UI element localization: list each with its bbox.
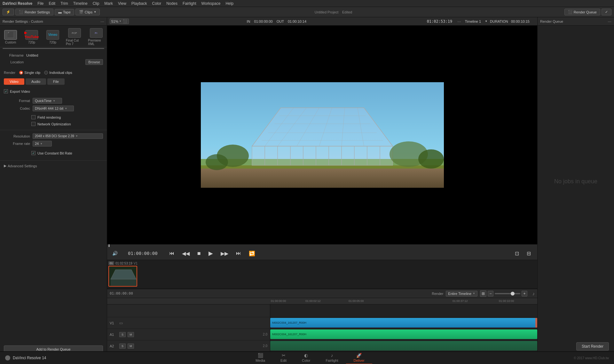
zoom-select[interactable]: 51% ▼ ⬛ <box>110 19 129 24</box>
zoom-thumb[interactable] <box>511 292 515 296</box>
skip-to-end-button[interactable]: ⏭ <box>235 250 242 257</box>
audio-clip-a1[interactable]: M002C004_161207_R00H <box>270 329 537 339</box>
individual-clips-option[interactable]: Individual clips <box>44 71 72 75</box>
menu-workspace[interactable]: Workspace <box>201 1 221 6</box>
render-range-value: Entire Timeline <box>448 292 471 296</box>
frame-rate-select[interactable]: 24 ▼ <box>33 141 52 146</box>
track-a2-content[interactable] <box>270 340 537 352</box>
track-a2-m-btn[interactable]: M <box>128 344 134 349</box>
menu-playback[interactable]: Playback <box>131 1 147 6</box>
preset-premiere[interactable]: Pr Premiere XML <box>88 28 104 46</box>
codec-select[interactable]: DNxHR 444 12-bit ▼ <box>33 106 74 111</box>
clips-btn[interactable]: 🎬 Clips ▼ <box>75 9 100 15</box>
advanced-settings-toggle[interactable]: ▶ Advanced Settings <box>0 162 107 169</box>
menu-timeline[interactable]: Timeline <box>73 1 88 6</box>
video-clip[interactable]: M002C004_161207_R00H <box>270 318 537 328</box>
menu-file[interactable]: File <box>37 1 43 6</box>
timecode-position-bar[interactable] <box>107 244 537 247</box>
queue-options-icon[interactable]: ··· <box>608 19 611 24</box>
step-back-button[interactable]: ◀◀ <box>181 250 191 257</box>
tape-btn[interactable]: ▬ Tape <box>55 9 74 15</box>
zoom-slider[interactable] <box>495 293 520 294</box>
field-rendering-label: Field rendering <box>37 115 61 119</box>
no-jobs-text: No jobs in queue <box>538 26 614 337</box>
format-select[interactable]: QuickTime ▼ <box>33 98 62 104</box>
bottom-tab-media[interactable]: ⬛ Media <box>248 352 273 364</box>
check-btn[interactable]: ✓ <box>602 9 611 15</box>
audio-tab[interactable]: Audio <box>26 78 46 85</box>
bottom-tab-color[interactable]: ◐ Color <box>294 352 318 364</box>
skip-to-start-button[interactable]: ⏮ <box>168 250 176 257</box>
preset-youtube[interactable]: ▶ YouTube 720p <box>24 30 40 44</box>
zoom-expand-icon[interactable]: ⬛ <box>123 19 127 23</box>
bottom-tab-deliver[interactable]: 🚀 Deliver <box>346 352 372 364</box>
menu-view[interactable]: View <box>118 1 126 6</box>
bottom-tab-fairlight[interactable]: ♪ Fairlight <box>318 352 346 364</box>
file-tab[interactable]: File <box>47 78 65 85</box>
menu-fairlight[interactable]: Fairlight <box>183 1 196 6</box>
export-video-checkbox[interactable] <box>4 89 8 93</box>
preset-finalcut[interactable]: FCP Final Cut Pro 7 <box>66 28 83 46</box>
track-a1-content[interactable]: M002C004_161207_R00H <box>270 329 537 340</box>
track-v1-icon[interactable]: ▭ <box>119 321 123 325</box>
menu-trim[interactable]: Trim <box>60 1 68 6</box>
menu-help[interactable]: Help <box>225 1 233 6</box>
render-settings-header: Render Settings - Custom ··· <box>0 17 107 26</box>
single-clip-radio[interactable] <box>19 71 23 75</box>
audio-clip-a2 <box>270 341 537 351</box>
start-render-button[interactable]: Start Render <box>576 342 609 351</box>
settings2-button[interactable]: ⊟ <box>525 250 532 257</box>
filename-label: Filename <box>4 53 26 57</box>
preset-vimeo[interactable]: Vimeo 720p <box>45 30 61 44</box>
track-a1-m-btn[interactable]: M <box>128 332 134 337</box>
track-a2-s-btn[interactable]: S <box>119 344 126 349</box>
render-queue-btn[interactable]: ⬛ Render Queue <box>564 9 600 15</box>
track-a1-header: A1 S M 2.0 <box>107 329 270 340</box>
track-a1-s-btn[interactable]: S <box>119 332 126 337</box>
individual-clips-radio[interactable] <box>44 71 48 75</box>
resolution-row: Resolution 2048 x 858 DCI Scope 2.39 ▼ <box>4 133 103 139</box>
custom-icon: ⬛ <box>4 30 17 40</box>
video-tab[interactable]: Video <box>4 78 24 85</box>
preview-options-icon[interactable]: ··· <box>457 19 461 24</box>
preset-custom[interactable]: ⬛ Custom <box>3 30 19 44</box>
cbr-checkbox[interactable] <box>31 151 35 155</box>
render-queue-title: Render Queue <box>540 20 563 23</box>
render-queue-icon: ⬛ <box>568 10 572 14</box>
clip-thumbnail[interactable] <box>108 266 137 287</box>
render-settings-btn[interactable]: ⬛ Render Settings <box>15 9 53 15</box>
stop-button[interactable]: ■ <box>196 249 202 257</box>
in-label: IN <box>247 20 250 23</box>
bottom-tab-edit[interactable]: ✂ Edit <box>273 352 294 364</box>
field-rendering-row: Field rendering <box>0 115 107 120</box>
speed-icon-btn[interactable]: ⚡ <box>3 9 14 15</box>
timeline-ruler[interactable]: 01:00:00:00 01:00:02:12 01:00:05:00 01:0… <box>107 298 537 305</box>
zoom-in-btn[interactable]: + <box>522 291 527 297</box>
zoom-out-btn[interactable]: − <box>488 291 493 297</box>
step-forward-button[interactable]: ▶▶ <box>219 250 230 257</box>
filename-value[interactable]: Untitled <box>26 53 103 57</box>
resolution-select[interactable]: 2048 x 858 DCI Scope 2.39 ▼ <box>33 133 103 139</box>
menu-nodes[interactable]: Nodes <box>166 1 177 6</box>
grid-view-btn[interactable]: ⊞ <box>480 290 486 297</box>
menu-mark[interactable]: Mark <box>104 1 113 6</box>
panel-options-icon[interactable]: ··· <box>100 19 104 24</box>
volume-icon[interactable]: 🔊 <box>112 251 118 256</box>
render-range-select[interactable]: Entire Timeline ▼ <box>446 291 477 297</box>
menu-color[interactable]: Color <box>152 1 161 6</box>
ruler-mark-4: 01:00:10:00 <box>499 299 514 303</box>
single-clip-option[interactable]: Single clip <box>19 71 40 75</box>
browse-button[interactable]: Browse <box>85 59 103 65</box>
bottom-bar: DaVinci Resolve 14 ⬛ Media ✂ Edit ◐ Colo… <box>0 351 614 364</box>
loop-button[interactable]: 🔁 <box>248 250 256 257</box>
fullscreen-button[interactable]: ⊡ <box>514 250 520 257</box>
app-name[interactable]: DaVinci Resolve <box>3 1 32 6</box>
timeline-down-icon[interactable]: ▼ <box>485 20 487 23</box>
ruler-mark-0: 01:00:00:00 <box>271 299 286 303</box>
track-v1-content[interactable]: M002C004_161207_R00H <box>270 317 537 328</box>
play-button[interactable]: ▶ <box>207 249 214 257</box>
menu-edit[interactable]: Edit <box>49 1 56 6</box>
field-rendering-checkbox[interactable] <box>31 115 35 119</box>
network-opt-checkbox[interactable] <box>31 122 35 126</box>
menu-clip[interactable]: Clip <box>93 1 99 6</box>
